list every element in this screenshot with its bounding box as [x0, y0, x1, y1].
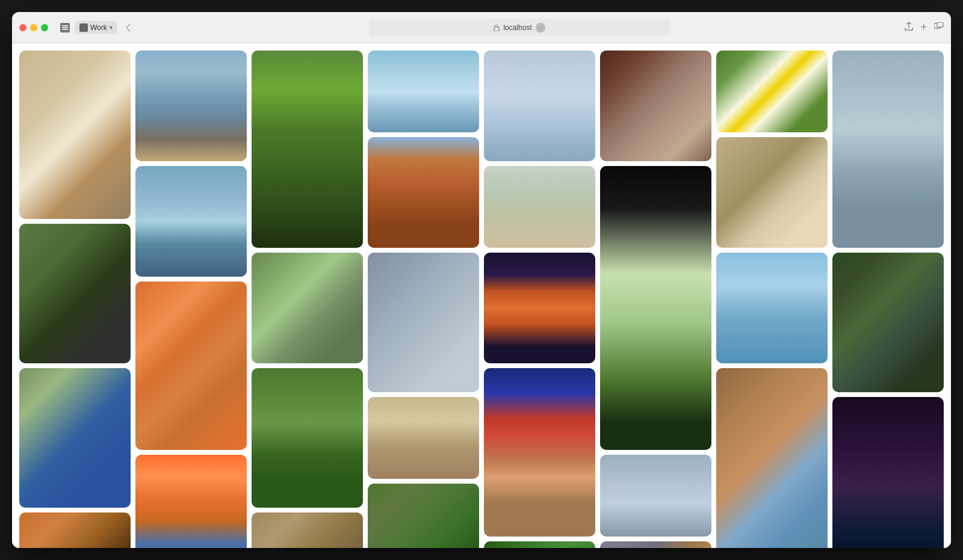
sidebar-toggle-icon[interactable] [60, 23, 70, 32]
refresh-icon[interactable]: ··· [536, 23, 545, 32]
svg-rect-5 [937, 22, 943, 27]
tab-favicon [79, 23, 88, 32]
photo-camera-tripod[interactable] [368, 397, 479, 479]
photo-birds-sky[interactable] [484, 51, 595, 161]
svg-rect-1 [62, 27, 68, 28]
photo-ruins-ancient[interactable] [252, 512, 363, 548]
toolbar-right: + [905, 21, 944, 34]
photo-lake-resort[interactable] [716, 253, 828, 363]
photo-ornate-gate[interactable] [368, 253, 479, 392]
tab-work[interactable]: Work ▾ [75, 21, 117, 34]
lock-icon [494, 24, 500, 31]
traffic-lights [19, 24, 48, 31]
svg-rect-2 [62, 29, 68, 30]
new-tab-icon[interactable]: + [920, 21, 927, 34]
photo-llama-field[interactable] [484, 166, 595, 248]
photo-bridge-arch[interactable] [600, 455, 711, 537]
photo-caterpillar-rocks[interactable] [600, 541, 711, 548]
photo-agave[interactable] [832, 253, 944, 392]
svg-rect-3 [494, 27, 499, 31]
tabs-overview-icon[interactable] [934, 22, 944, 33]
share-icon[interactable] [905, 22, 913, 33]
photo-flower-bud[interactable] [600, 166, 711, 450]
photo-sunset-water[interactable] [135, 455, 247, 548]
photo-crow[interactable] [19, 224, 131, 363]
photo-old-brick[interactable] [368, 137, 479, 248]
address-bar-container: localhost ··· [139, 19, 900, 36]
photo-books-photo[interactable] [484, 368, 595, 537]
photo-daisies-field[interactable] [716, 51, 828, 132]
browser-window: Work ▾ localhost ··· [12, 12, 951, 548]
photo-driftwood-beach[interactable] [716, 137, 828, 248]
svg-rect-0 [62, 25, 68, 26]
content-area[interactable] [12, 43, 951, 548]
maximize-button[interactable] [41, 24, 48, 31]
back-button[interactable] [122, 22, 134, 34]
photo-castle[interactable] [135, 166, 247, 277]
photo-wood-texture[interactable] [19, 512, 131, 548]
photo-forest-road[interactable] [252, 368, 363, 508]
address-bar[interactable]: localhost ··· [369, 19, 670, 36]
photo-forest-green[interactable] [484, 541, 595, 548]
close-button[interactable] [19, 24, 26, 31]
tab-label: Work [90, 23, 107, 32]
photo-river-aerial[interactable] [368, 484, 479, 548]
titlebar: Work ▾ localhost ··· [12, 12, 951, 43]
photo-small-bird[interactable] [252, 253, 363, 363]
photo-bamboo[interactable] [252, 51, 363, 248]
tab-dropdown-icon[interactable]: ▾ [110, 24, 113, 31]
photo-tower-night[interactable] [832, 397, 944, 548]
photo-architecture-lines[interactable] [832, 51, 944, 248]
photo-grid [19, 51, 944, 548]
photo-brooklyn-bridge[interactable] [135, 51, 247, 161]
photo-city-purple[interactable] [484, 253, 595, 363]
photo-modern-buildings[interactable] [135, 282, 247, 450]
photo-bee[interactable] [19, 51, 131, 219]
url-text: localhost [503, 23, 531, 32]
photo-lamp-street[interactable] [716, 368, 828, 548]
photo-abstract-reflections[interactable] [600, 51, 711, 161]
photo-mountain-snow[interactable] [368, 51, 479, 132]
photo-blue-bird[interactable] [19, 368, 131, 508]
minimize-button[interactable] [30, 24, 37, 31]
